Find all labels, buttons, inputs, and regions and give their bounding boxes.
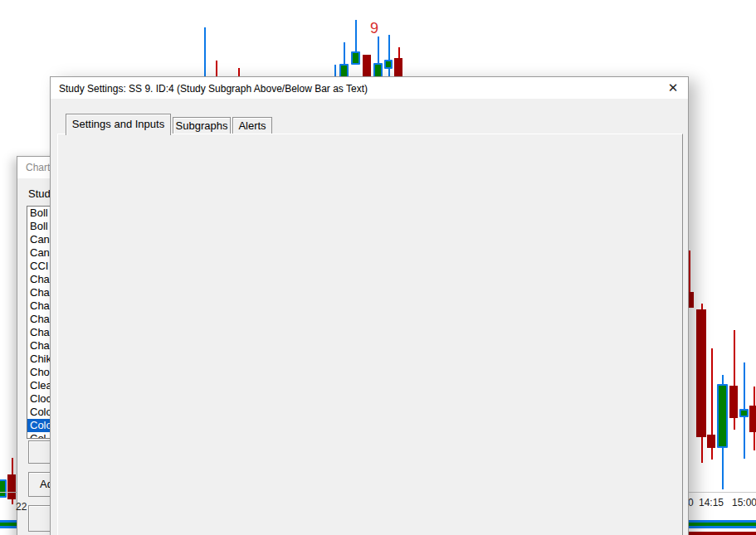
candlestick (729, 386, 738, 418)
studies-list-label: Stud (28, 187, 51, 200)
time-label-1500: 15:00 (732, 497, 756, 508)
tab-settings-and-inputs[interactable]: Settings and Inputs (66, 114, 171, 135)
candlestick (384, 60, 393, 69)
candlestick (7, 474, 16, 499)
candlestick (749, 406, 756, 432)
time-label-partial: 0 (688, 497, 694, 508)
candlestick (717, 384, 728, 448)
tab-alerts[interactable]: Alerts (232, 117, 272, 134)
candlestick (707, 435, 715, 448)
candlestick (351, 51, 360, 65)
time-label-bottom-left: 22 (16, 501, 27, 513)
candlestick (696, 309, 706, 437)
time-label-1415: 14:15 (699, 497, 724, 508)
bottom-red-bar (689, 532, 756, 535)
candlestick (739, 409, 749, 417)
chart-price-label: 9 (370, 20, 378, 37)
dialog-titlebar[interactable]: Study Settings: SS 9. ID:4 (Study Subgra… (51, 77, 688, 99)
settings-tab-panel (57, 134, 683, 535)
tab-subgraphs[interactable]: Subgraphs (173, 117, 231, 134)
candle-wick (388, 35, 390, 80)
study-settings-dialog: Study Settings: SS 9. ID:4 (Study Subgra… (50, 76, 689, 535)
screen: 9 0 14:15 15:00 22 Chart Stud BollBollCa… (0, 0, 756, 535)
candle-wick (204, 27, 206, 80)
dialog-title: Study Settings: SS 9. ID:4 (Study Subgra… (59, 83, 368, 95)
candlestick (0, 479, 7, 498)
close-icon[interactable]: ✕ (664, 80, 682, 95)
